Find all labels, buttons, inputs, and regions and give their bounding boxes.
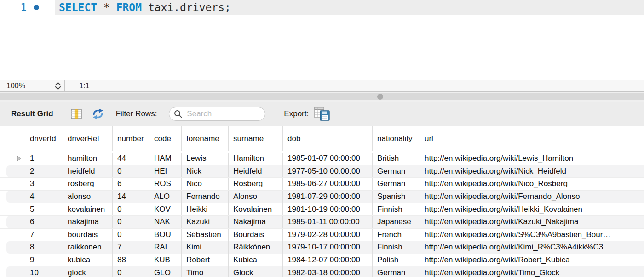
ratio-cell[interactable]: 1:1	[65, 80, 104, 91]
cell-driverRef[interactable]: rosberg	[63, 178, 113, 190]
cell-number[interactable]: 14	[113, 191, 150, 203]
cell-url[interactable]: http://en.wikipedia.org/wiki/Heikki_Kova…	[420, 203, 644, 215]
row-marker[interactable]	[0, 216, 25, 228]
column-header-number[interactable]: number	[113, 126, 150, 151]
cell-nationality[interactable]: Japanese	[373, 216, 420, 228]
cell-driverId[interactable]: 8	[25, 241, 63, 254]
cell-surname[interactable]: Glock	[229, 266, 283, 277]
cell-driverId[interactable]: 6	[25, 216, 63, 228]
table-row[interactable]: 2heidfeld0HEINickHeidfeld1977-05-10 00:0…	[0, 165, 644, 178]
column-header-dob[interactable]: dob	[283, 126, 373, 151]
cell-driverRef[interactable]: alonso	[63, 191, 113, 203]
sql-statement[interactable]: SELECT * FROM taxi.drivers;	[55, 0, 644, 15]
cell-url[interactable]: http://en.wikipedia.org/wiki/Timo_Glock	[420, 266, 644, 277]
cell-url[interactable]: http://en.wikipedia.org/wiki/Kazuki_Naka…	[420, 216, 644, 228]
cell-nationality[interactable]: Finnish	[373, 241, 420, 254]
cell-forename[interactable]: Timo	[182, 266, 229, 277]
table-row[interactable]: 9kubica88KUBRobertKubica1984-12-07 00:00…	[0, 254, 644, 266]
cell-surname[interactable]: Räikkönen	[229, 241, 283, 254]
grid-view-button[interactable]	[71, 108, 82, 119]
cell-dob[interactable]: 1977-05-10 00:00:00	[283, 165, 373, 178]
cell-driverRef[interactable]: raikkonen	[63, 241, 113, 254]
cell-code[interactable]: ROS	[150, 178, 182, 190]
row-marker[interactable]	[0, 153, 25, 165]
cell-code[interactable]: NAK	[150, 216, 182, 228]
column-header-surname[interactable]: surname	[229, 126, 283, 151]
cell-driverId[interactable]: 5	[25, 203, 63, 215]
filter-search-box[interactable]	[169, 107, 265, 121]
refresh-button[interactable]	[92, 108, 104, 119]
column-header-driverRef[interactable]: driverRef	[63, 126, 113, 151]
cell-driverId[interactable]: 7	[25, 229, 63, 241]
cell-dob[interactable]: 1979-02-28 00:00:00	[283, 229, 373, 241]
cell-url[interactable]: http://en.wikipedia.org/wiki/Nick_Heidfe…	[420, 165, 644, 178]
cell-url[interactable]: http://en.wikipedia.org/wiki/S%C3%A9bast…	[420, 229, 644, 241]
cell-url[interactable]: http://en.wikipedia.org/wiki/Fernando_Al…	[420, 191, 644, 203]
cell-number[interactable]: 0	[113, 203, 150, 215]
column-header-code[interactable]: code	[150, 126, 182, 151]
column-header-driverId[interactable]: driverId	[25, 126, 63, 151]
cell-surname[interactable]: Kubica	[229, 254, 283, 266]
cell-nationality[interactable]: French	[373, 229, 420, 241]
cell-surname[interactable]: Alonso	[229, 191, 283, 203]
cell-driverRef[interactable]: heidfeld	[63, 165, 113, 178]
cell-code[interactable]: ALO	[150, 191, 182, 203]
cell-surname[interactable]: Kovalainen	[229, 203, 283, 215]
column-header-nationality[interactable]: nationality	[373, 126, 420, 151]
export-button[interactable]	[314, 107, 330, 121]
row-marker[interactable]	[0, 178, 25, 190]
cell-code[interactable]: KOV	[150, 203, 182, 215]
cell-number[interactable]: 6	[113, 178, 150, 190]
column-header-forename[interactable]: forename	[182, 126, 229, 151]
cell-url[interactable]: http://en.wikipedia.org/wiki/Robert_Kubi…	[420, 254, 644, 266]
cell-url[interactable]: http://en.wikipedia.org/wiki/Nico_Rosber…	[420, 178, 644, 190]
cell-nationality[interactable]: Spanish	[373, 191, 420, 203]
cell-surname[interactable]: Bourdais	[229, 229, 283, 241]
cell-forename[interactable]: Lewis	[182, 153, 229, 165]
cell-dob[interactable]: 1985-01-11 00:00:00	[283, 216, 373, 228]
cell-nationality[interactable]: German	[373, 165, 420, 178]
cell-number[interactable]: 0	[113, 266, 150, 277]
cell-url[interactable]: http://en.wikipedia.org/wiki/Lewis_Hamil…	[420, 153, 644, 165]
table-row[interactable]: 10glock0GLOTimoGlock1982-03-18 00:00:00G…	[0, 266, 644, 277]
table-row[interactable]: 3rosberg6ROSNicoRosberg1985-06-27 00:00:…	[0, 177, 644, 190]
table-row[interactable]: 5kovalainen0KOVHeikkiKovalainen1981-10-1…	[0, 203, 644, 215]
cell-surname[interactable]: Nakajima	[229, 216, 283, 228]
cell-dob[interactable]: 1979-10-17 00:00:00	[283, 241, 373, 254]
code-line[interactable]: 1 SELECT * FROM taxi.drivers;	[0, 0, 644, 15]
cell-number[interactable]: 0	[113, 216, 150, 228]
cell-code[interactable]: HAM	[150, 153, 182, 165]
cell-number[interactable]: 88	[113, 254, 150, 266]
row-marker[interactable]	[0, 203, 25, 215]
cell-number[interactable]: 0	[113, 165, 150, 178]
cell-dob[interactable]: 1981-07-29 00:00:00	[283, 191, 373, 203]
cell-driverRef[interactable]: bourdais	[63, 229, 113, 241]
editor-gutter[interactable]: 1	[0, 0, 55, 15]
cell-driverId[interactable]: 9	[25, 254, 63, 266]
cell-nationality[interactable]: German	[373, 266, 420, 277]
splitter-handle-icon[interactable]	[377, 94, 383, 100]
table-row[interactable]: 7bourdais0BOUSébastienBourdais1979-02-28…	[0, 228, 644, 241]
cell-forename[interactable]: Robert	[182, 254, 229, 266]
row-marker[interactable]	[0, 254, 25, 266]
row-marker[interactable]	[0, 191, 25, 203]
table-row[interactable]: 4alonso14ALOFernandoAlonso1981-07-29 00:…	[0, 190, 644, 203]
cell-nationality[interactable]: British	[373, 153, 420, 165]
row-marker[interactable]	[0, 165, 25, 178]
cell-nationality[interactable]: Polish	[373, 254, 420, 266]
cell-driverId[interactable]: 2	[25, 165, 63, 178]
search-input[interactable]	[186, 109, 261, 119]
cell-code[interactable]: RAI	[150, 241, 182, 254]
cell-driverRef[interactable]: hamilton	[63, 153, 113, 165]
cell-dob[interactable]: 1982-03-18 00:00:00	[283, 266, 373, 277]
cell-dob[interactable]: 1981-10-19 00:00:00	[283, 203, 373, 215]
cell-driverId[interactable]: 4	[25, 191, 63, 203]
cell-surname[interactable]: Rosberg	[229, 178, 283, 190]
cell-driverRef[interactable]: kovalainen	[63, 203, 113, 215]
row-marker[interactable]	[0, 241, 25, 254]
cell-code[interactable]: BOU	[150, 229, 182, 241]
cell-forename[interactable]: Kimi	[182, 241, 229, 254]
table-row[interactable]: 6nakajima0NAKKazukiNakajima1985-01-11 00…	[0, 215, 644, 228]
cell-dob[interactable]: 1985-06-27 00:00:00	[283, 178, 373, 190]
cell-forename[interactable]: Kazuki	[182, 216, 229, 228]
